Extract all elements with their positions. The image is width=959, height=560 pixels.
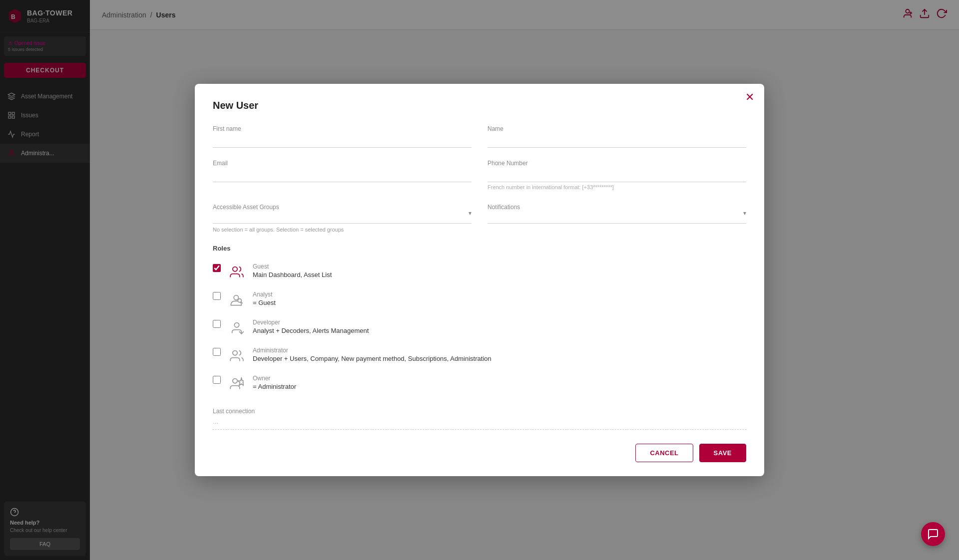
form-row-name: First name Name — [213, 125, 746, 148]
phone-field: Phone Number French number in internatio… — [487, 160, 746, 190]
asset-groups-hint: No selection = all groups. Selection = s… — [213, 227, 472, 233]
last-connection-label: Last connection — [213, 408, 746, 415]
owner-role-desc: = Administrator — [253, 383, 746, 390]
developer-role-desc: Analyst + Decoders, Alerts Management — [253, 327, 746, 334]
role-checkbox-owner[interactable] — [213, 376, 221, 384]
asset-groups-select[interactable] — [213, 211, 472, 224]
notifications-field: Notifications ▾ — [487, 202, 746, 233]
analyst-role-name: Analyst — [253, 291, 746, 298]
first-name-label: First name — [213, 125, 472, 132]
form-row-contact: Email Phone Number French number in inte… — [213, 160, 746, 190]
asset-groups-label: Accessible Asset Groups — [213, 204, 279, 211]
svg-point-19 — [233, 351, 237, 355]
svg-point-15 — [234, 295, 238, 300]
administrator-role-info: Administrator Developer + Users, Company… — [253, 347, 746, 362]
roles-title: Roles — [213, 245, 746, 252]
role-item-developer: Developer Analyst + Decoders, Alerts Man… — [213, 314, 746, 342]
administrator-role-desc: Developer + Users, Company, New payment … — [253, 355, 746, 362]
owner-role-icon — [228, 375, 246, 393]
svg-point-16 — [238, 299, 241, 302]
form-row-groups: Accessible Asset Groups ▾ No selection =… — [213, 202, 746, 233]
role-item-guest: Guest Main Dashboard, Asset List — [213, 258, 746, 286]
phone-input[interactable] — [487, 170, 746, 182]
owner-role-info: Owner = Administrator — [253, 375, 746, 390]
role-checkbox-developer[interactable] — [213, 320, 221, 328]
save-button[interactable]: SAVE — [699, 444, 746, 462]
email-input[interactable] — [213, 170, 472, 182]
modal-title: New User — [213, 100, 746, 111]
role-item-owner: Owner = Administrator — [213, 370, 746, 398]
svg-marker-21 — [238, 378, 244, 385]
svg-point-20 — [233, 379, 237, 383]
modal-close-button[interactable]: ✕ — [745, 92, 754, 103]
last-connection-section: Last connection ... — [213, 408, 746, 430]
administrator-role-icon — [228, 347, 246, 365]
svg-point-14 — [233, 267, 237, 272]
role-checkbox-guest[interactable] — [213, 264, 221, 272]
first-name-input[interactable] — [213, 135, 472, 148]
email-field: Email — [213, 160, 472, 190]
asset-groups-field: Accessible Asset Groups ▾ No selection =… — [213, 202, 472, 233]
developer-role-info: Developer Analyst + Decoders, Alerts Man… — [253, 319, 746, 334]
owner-role-name: Owner — [253, 375, 746, 382]
analyst-role-desc: = Guest — [253, 299, 746, 306]
cancel-button[interactable]: CANCEL — [635, 444, 693, 462]
analyst-role-info: Analyst = Guest — [253, 291, 746, 306]
svg-point-18 — [234, 323, 239, 327]
phone-hint: French number in international format: [… — [487, 184, 746, 190]
notifications-label: Notifications — [487, 204, 520, 211]
role-checkbox-administrator[interactable] — [213, 348, 221, 356]
administrator-role-name: Administrator — [253, 347, 746, 354]
name-label: Name — [487, 125, 746, 132]
developer-role-name: Developer — [253, 319, 746, 326]
guest-role-desc: Main Dashboard, Asset List — [253, 271, 746, 279]
guest-role-info: Guest Main Dashboard, Asset List — [253, 263, 746, 279]
developer-role-icon — [228, 319, 246, 337]
email-label: Email — [213, 160, 472, 167]
roles-section: Roles Guest Main Dashboard, Asset List — [213, 245, 746, 398]
modal-footer: CANCEL SAVE — [213, 444, 746, 462]
guest-role-name: Guest — [253, 263, 746, 270]
role-checkbox-analyst[interactable] — [213, 292, 221, 300]
modal-overlay: New User ✕ First name Name Email Phone N… — [0, 0, 959, 560]
role-item-analyst: Analyst = Guest — [213, 286, 746, 314]
name-field: Name — [487, 125, 746, 148]
notifications-select-wrapper: Notifications ▾ — [487, 202, 746, 224]
role-item-administrator: Administrator Developer + Users, Company… — [213, 342, 746, 370]
phone-label: Phone Number — [487, 160, 746, 167]
new-user-modal: New User ✕ First name Name Email Phone N… — [195, 84, 764, 476]
guest-role-icon — [228, 263, 246, 281]
analyst-role-icon — [228, 291, 246, 309]
first-name-field: First name — [213, 125, 472, 148]
notifications-select[interactable] — [487, 211, 746, 224]
chat-bubble-button[interactable] — [921, 522, 945, 546]
last-connection-value: ... — [213, 418, 746, 430]
name-input[interactable] — [487, 135, 746, 148]
asset-groups-select-wrapper: Accessible Asset Groups ▾ — [213, 202, 472, 224]
